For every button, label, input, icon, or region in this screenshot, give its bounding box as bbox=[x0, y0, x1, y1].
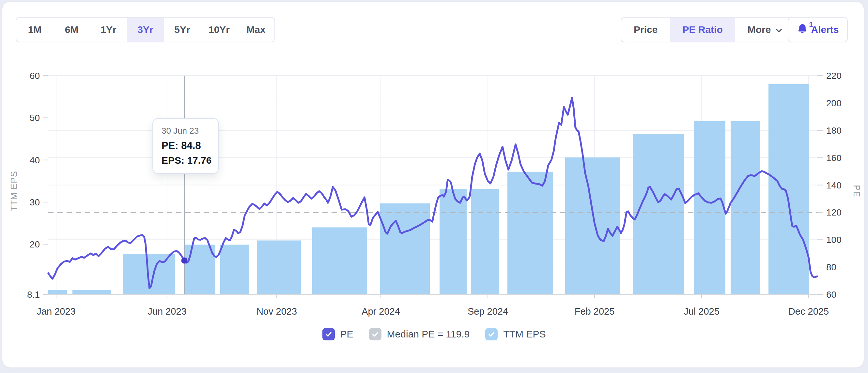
range-button-6m[interactable]: 6M bbox=[53, 18, 90, 42]
more-dropdown[interactable]: More bbox=[735, 18, 797, 42]
more-label: More bbox=[748, 24, 771, 35]
check-icon bbox=[371, 330, 379, 338]
view-toggle-group: Price PE Ratio More bbox=[621, 17, 797, 42]
alerts-label: Alerts bbox=[811, 24, 839, 35]
legend-checkbox-median-pe[interactable] bbox=[369, 328, 381, 340]
tooltip-date: 30 Jun 23 bbox=[161, 126, 210, 136]
legend-item-median-pe: Median PE = 119.9 bbox=[369, 328, 470, 340]
page: { "header": { "ranges": ["1M", "6M", "1Y… bbox=[0, 0, 868, 373]
legend: PE Median PE = 119.9 TTM EPS bbox=[0, 328, 868, 340]
range-button-1m[interactable]: 1M bbox=[16, 18, 53, 42]
legend-checkbox-pe[interactable] bbox=[322, 328, 335, 340]
chart-card bbox=[2, 1, 864, 368]
legend-checkbox-ttm-eps[interactable] bbox=[485, 328, 498, 340]
chevron-down-icon bbox=[774, 26, 784, 35]
range-button-5yr[interactable]: 5Yr bbox=[164, 18, 201, 42]
legend-item-pe: PE bbox=[322, 328, 353, 340]
bell-icon: 1 bbox=[797, 23, 808, 36]
view-button-price[interactable]: Price bbox=[621, 18, 670, 42]
range-button-1yr[interactable]: 1Yr bbox=[90, 18, 127, 42]
alerts-badge: 1 bbox=[809, 21, 813, 29]
time-range-group: 1M6M1Yr3Yr5Yr10YrMax bbox=[16, 17, 275, 42]
range-button-max[interactable]: Max bbox=[238, 18, 274, 42]
tooltip: 30 Jun 23 PE: 84.8 EPS: 17.76 bbox=[152, 118, 219, 174]
alerts-button[interactable]: 1 Alerts bbox=[788, 17, 848, 42]
tooltip-pe-row: PE: 84.8 bbox=[161, 140, 210, 151]
view-button-pe-ratio[interactable]: PE Ratio bbox=[670, 18, 735, 42]
check-icon bbox=[325, 330, 333, 338]
legend-label-ttm-eps: TTM EPS bbox=[503, 329, 546, 340]
legend-label-pe: PE bbox=[340, 329, 353, 340]
range-button-3yr[interactable]: 3Yr bbox=[127, 18, 164, 42]
legend-item-ttm-eps: TTM EPS bbox=[485, 328, 546, 340]
legend-label-median-pe: Median PE = 119.9 bbox=[387, 329, 470, 340]
tooltip-eps-row: EPS: 17.76 bbox=[161, 155, 210, 166]
range-button-10yr[interactable]: 10Yr bbox=[201, 18, 238, 42]
check-icon bbox=[488, 330, 495, 338]
